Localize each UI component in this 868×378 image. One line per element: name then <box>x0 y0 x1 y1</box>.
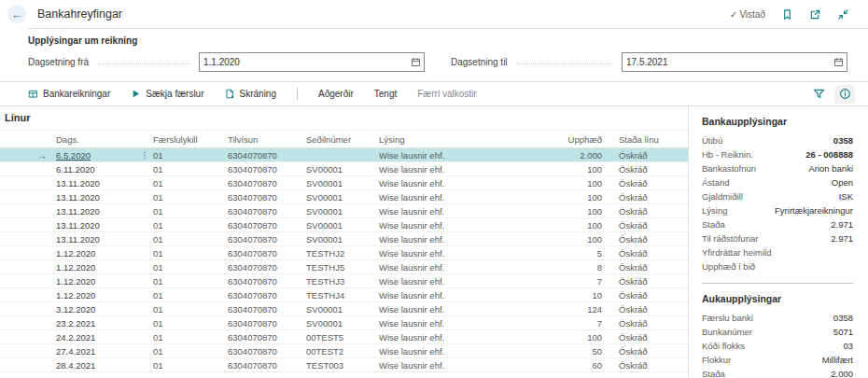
cell-line-status[interactable]: Óskráð <box>606 164 688 175</box>
cell-amount[interactable]: 100 <box>529 178 606 189</box>
cell-slip-number[interactable]: TEST003 <box>306 360 379 371</box>
date-from-input[interactable] <box>200 57 407 67</box>
collapse-icon[interactable] <box>836 7 849 21</box>
cell-amount[interactable]: 100 <box>529 332 606 343</box>
cell-date[interactable]: 27.4.2021 <box>56 346 136 357</box>
cell-reference[interactable]: 6304070870 <box>228 248 306 259</box>
cell-reference[interactable]: 6304070870 <box>228 164 306 175</box>
table-row[interactable]: 24.2.2021 01 6304070870 00TEST5 Wise lau… <box>0 330 688 344</box>
cell-ledger-key[interactable]: 01 <box>153 248 228 259</box>
cell-amount[interactable]: 5 <box>529 248 606 259</box>
cell-line-status[interactable]: Óskráð <box>606 248 688 259</box>
cell-line-status[interactable]: Óskráð <box>606 290 688 301</box>
cell-reference[interactable]: 6304070870 <box>228 206 306 217</box>
cell-ledger-key[interactable]: 01 <box>153 192 228 203</box>
cell-amount[interactable]: 100 <box>529 234 606 245</box>
table-row[interactable]: 13.11.2020 01 6304070870 SV00001 Wise la… <box>0 176 688 190</box>
cell-description[interactable]: Wise lausnir ehf. <box>379 206 529 217</box>
cell-reference[interactable]: 6304070870 <box>228 276 306 287</box>
cell-description[interactable]: Wise lausnir ehf. <box>379 220 529 231</box>
cell-amount[interactable]: 7 <box>529 276 606 287</box>
date-to-input[interactable] <box>623 57 830 67</box>
cell-date[interactable]: 28.4.2021 <box>56 360 136 371</box>
cell-slip-number[interactable]: SV00001 <box>306 164 379 175</box>
cell-date[interactable]: 1.12.2020 <box>56 248 136 259</box>
cell-ledger-key[interactable]: 01 <box>153 360 228 371</box>
cell-date[interactable]: 13.11.2020 <box>56 220 136 231</box>
cell-date[interactable]: 6.11.2020 <box>56 164 136 175</box>
header-amount[interactable]: Upphæð <box>529 134 606 145</box>
cell-description[interactable]: Wise lausnir ehf. <box>379 290 529 301</box>
cell-line-status[interactable]: Óskráð <box>606 304 688 315</box>
cell-slip-number[interactable]: SV00001 <box>306 304 379 315</box>
cell-date[interactable]: 24.2.2021 <box>56 332 136 343</box>
table-row[interactable]: 13.11.2020 01 6304070870 SV00001 Wise la… <box>0 218 688 232</box>
table-row[interactable]: 27.4.2021 01 6304070870 00TEST2 Wise lau… <box>0 344 688 358</box>
cell-line-status[interactable]: Óskráð <box>606 220 688 231</box>
cell-ledger-key[interactable]: 01 <box>153 164 228 175</box>
cell-ledger-key[interactable]: 01 <box>153 178 228 189</box>
cell-description[interactable]: Wise lausnir ehf. <box>379 304 529 315</box>
cell-reference[interactable]: 6304070870 <box>228 304 306 315</box>
cell-reference[interactable]: 6304070870 <box>228 150 306 161</box>
cell-slip-number[interactable]: SV00001 <box>306 234 379 245</box>
cell-date[interactable]: 13.11.2020 <box>56 178 136 189</box>
cell-reference[interactable]: 6304070870 <box>228 262 306 273</box>
calendar-icon[interactable] <box>830 57 847 67</box>
cell-slip-number[interactable]: SV00001 <box>306 206 379 217</box>
cell-reference[interactable]: 6304070870 <box>228 360 306 371</box>
cell-slip-number[interactable]: SV00001 <box>306 192 379 203</box>
cell-ledger-key[interactable]: 01 <box>153 220 228 231</box>
cell-amount[interactable]: 10 <box>529 290 606 301</box>
bookmark-icon[interactable] <box>780 7 793 21</box>
cell-slip-number[interactable]: TESTHJ4 <box>306 290 379 301</box>
cell-date[interactable]: 1.12.2020 <box>56 262 136 273</box>
cell-amount[interactable]: 124 <box>529 304 606 315</box>
back-button[interactable]: ← <box>7 5 26 23</box>
cell-line-status[interactable]: Óskráð <box>606 332 688 343</box>
cell-line-status[interactable]: Óskráð <box>606 262 688 273</box>
toolbar-actions[interactable]: Aðgerðir <box>318 89 354 99</box>
toolbar-posting[interactable]: Skráning <box>225 89 276 99</box>
header-slip-number[interactable]: Seðilnúmer <box>306 134 379 145</box>
cell-ledger-key[interactable]: 01 <box>153 290 228 301</box>
cell-slip-number[interactable]: TESTHJ5 <box>306 262 379 273</box>
filter-icon[interactable] <box>808 85 829 104</box>
cell-reference[interactable]: 6304070870 <box>228 220 306 231</box>
table-row[interactable]: 1.12.2020 01 6304070870 TESTHJ4 Wise lau… <box>0 288 688 302</box>
cell-description[interactable]: Wise lausnir ehf. <box>379 178 529 189</box>
cell-amount[interactable]: 60 <box>529 360 606 371</box>
row-menu-icon[interactable]: ⋮ <box>136 150 153 160</box>
calendar-icon[interactable] <box>407 57 424 67</box>
cell-amount[interactable]: 2.000 <box>529 150 606 161</box>
cell-slip-number[interactable]: SV00001 <box>306 318 379 329</box>
cell-slip-number[interactable]: SV00001 <box>306 220 379 231</box>
table-row[interactable]: 13.11.2020 01 6304070870 SV00001 Wise la… <box>0 232 688 246</box>
cell-reference[interactable]: 6304070870 <box>228 192 306 203</box>
header-ledger-key[interactable]: Færslulykill <box>153 134 228 145</box>
cell-line-status[interactable]: Óskráð <box>606 346 688 357</box>
cell-description[interactable]: Wise lausnir ehf. <box>379 262 529 273</box>
cell-description[interactable]: Wise lausnir ehf. <box>379 248 529 259</box>
table-row[interactable]: 28.4.2021 01 6304070870 TEST003 Wise lau… <box>0 358 688 372</box>
cell-description[interactable]: Wise lausnir ehf. <box>379 276 529 287</box>
table-row[interactable]: 3.12.2020 01 6304070870 SV00001 Wise lau… <box>0 302 688 316</box>
cell-slip-number[interactable]: 00TEST5 <box>306 332 379 343</box>
toolbar-related[interactable]: Tengt <box>374 89 397 99</box>
cell-date[interactable]: 23.2.2021 <box>56 318 136 329</box>
toolbar-fewer-options[interactable]: Færri valkostir <box>417 89 476 99</box>
table-row[interactable]: 13.11.2020 01 6304070870 SV00001 Wise la… <box>0 204 688 218</box>
cell-ledger-key[interactable]: 01 <box>153 318 228 329</box>
toolbar-fetch-transactions[interactable]: Sækja færslur <box>131 89 203 99</box>
cell-slip-number[interactable]: TESTHJ3 <box>306 276 379 287</box>
cell-reference[interactable]: 6304070870 <box>228 318 306 329</box>
cell-date[interactable]: 1.12.2020 <box>56 276 136 287</box>
cell-reference[interactable]: 6304070870 <box>228 332 306 343</box>
cell-reference[interactable]: 6304070870 <box>228 234 306 245</box>
cell-date[interactable]: 6.5.2020 <box>56 150 136 161</box>
cell-line-status[interactable]: Óskráð <box>606 192 688 203</box>
cell-description[interactable]: Wise lausnir ehf. <box>379 360 529 371</box>
info-pane-icon[interactable] <box>834 85 855 104</box>
cell-ledger-key[interactable]: 01 <box>153 346 228 357</box>
cell-amount[interactable]: 100 <box>529 192 606 203</box>
